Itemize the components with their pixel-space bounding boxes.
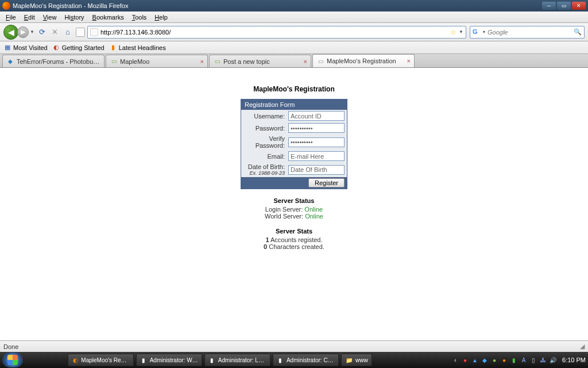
tray-icon[interactable]: ▯ bbox=[529, 356, 537, 364]
resize-grip-icon: ◢ bbox=[580, 343, 585, 350]
tray-icon[interactable]: ◆ bbox=[481, 356, 489, 364]
google-icon: G bbox=[473, 28, 481, 36]
menu-file[interactable]: File bbox=[2, 13, 20, 22]
taskbar-item-cmd-cha[interactable]: ▮Administrator: Cha... bbox=[273, 354, 339, 366]
dob-label: Date of Birth:Ex. 1988-09-23 bbox=[243, 163, 288, 176]
register-button[interactable]: Register bbox=[308, 178, 345, 187]
tray-icon[interactable]: ● bbox=[461, 356, 469, 364]
firefox-icon bbox=[2, 2, 10, 10]
tray-icon[interactable]: ▲ bbox=[471, 356, 479, 364]
bookmark-getting-started[interactable]: ◐Getting Started bbox=[52, 44, 105, 52]
email-input[interactable] bbox=[288, 151, 345, 161]
tray-icon[interactable]: ● bbox=[490, 356, 498, 364]
tray-icon[interactable]: ● bbox=[500, 356, 508, 364]
tray-expand-icon[interactable]: ‹ bbox=[451, 356, 459, 364]
close-button[interactable]: ✕ bbox=[572, 2, 586, 10]
url-bar[interactable]: ☆ ▼ bbox=[87, 26, 466, 39]
page-icon: ▭ bbox=[110, 57, 118, 66]
verify-password-input[interactable] bbox=[288, 137, 345, 147]
tab-photobucket[interactable]: ◆ TehError/Forums - Photobucket - V... bbox=[2, 55, 105, 67]
browser-statusbar: Done ◢ bbox=[0, 340, 588, 352]
taskbar-item-www[interactable]: 📁www bbox=[341, 354, 372, 366]
password-input[interactable] bbox=[288, 123, 345, 133]
home-button[interactable]: ⌂ bbox=[63, 28, 72, 37]
email-label: Email: bbox=[243, 153, 288, 160]
tab-bar: ◆ TehError/Forums - Photobucket - V... ▭… bbox=[0, 54, 588, 68]
menu-help[interactable]: Help bbox=[151, 13, 171, 22]
dob-input[interactable] bbox=[288, 165, 345, 175]
window-titlebar: MapleMoo's Registration - Mozilla Firefo… bbox=[0, 0, 588, 12]
menu-history[interactable]: History bbox=[61, 13, 87, 22]
bookmark-star-icon[interactable]: ☆ bbox=[450, 28, 457, 36]
stop-button[interactable]: ✕ bbox=[51, 28, 60, 37]
nav-history-dropdown[interactable]: ▼ bbox=[30, 29, 34, 34]
server-stats-header: Server Stats bbox=[179, 228, 409, 235]
server-status-header: Server Status bbox=[179, 197, 409, 204]
accounts-stat: 1 Accounts registed. bbox=[179, 236, 409, 243]
forward-button[interactable]: ▶ bbox=[17, 26, 29, 38]
tray-icon[interactable]: ▮ bbox=[510, 356, 518, 364]
tab-close-icon[interactable]: × bbox=[407, 57, 411, 64]
world-server-status: World Server: Online bbox=[179, 213, 409, 220]
menu-tools[interactable]: Tools bbox=[129, 13, 150, 22]
volume-icon[interactable]: 🔊 bbox=[549, 356, 557, 364]
site-icon bbox=[90, 28, 98, 36]
tab-close-icon[interactable]: × bbox=[304, 58, 307, 65]
start-button[interactable] bbox=[2, 352, 23, 367]
windows-taskbar: ◐MapleMoo's Registr... ▮Administrator: W… bbox=[0, 352, 588, 368]
taskbar-item-cmd-login[interactable]: ▮Administrator: Logi... bbox=[204, 354, 270, 366]
bookmark-latest-headlines[interactable]: ▮Latest Headlines bbox=[109, 44, 166, 52]
back-button[interactable]: ◀ bbox=[3, 25, 18, 40]
menu-view[interactable]: View bbox=[40, 13, 60, 22]
username-input[interactable] bbox=[288, 111, 345, 121]
search-go-icon[interactable]: 🔍 bbox=[574, 28, 582, 36]
maximize-button[interactable]: ▭ bbox=[557, 2, 571, 10]
page-content: MapleMoo's Registration Registration For… bbox=[0, 68, 588, 340]
menu-edit[interactable]: Edit bbox=[21, 13, 38, 22]
url-input[interactable] bbox=[100, 29, 448, 36]
tab-post-topic[interactable]: ▭ Post a new topic × bbox=[209, 55, 311, 67]
page-title: MapleMoo's Registration bbox=[179, 85, 409, 93]
photobucket-icon: ◆ bbox=[6, 57, 14, 66]
system-tray[interactable]: ‹ ● ▲ ◆ ● ● ▮ A ▯ 🖧 🔊 6:10 PM bbox=[451, 356, 586, 364]
tab-maplemoo[interactable]: ▭ MapleMoo × bbox=[106, 55, 208, 67]
characters-stat: 0 Characters created. bbox=[179, 243, 409, 250]
minimize-button[interactable]: ─ bbox=[542, 2, 556, 10]
username-label: Username: bbox=[243, 113, 288, 120]
taskbar-item-cmd-world[interactable]: ▮Administrator: Worl... bbox=[136, 354, 202, 366]
registration-form: Registration Form Username: Password: Ve… bbox=[241, 99, 347, 189]
page-icon: ▭ bbox=[316, 57, 324, 65]
login-server-status: Login Server: Online bbox=[179, 206, 409, 213]
verify-password-label: Verify Password: bbox=[243, 135, 288, 149]
tray-icon[interactable]: A bbox=[520, 356, 528, 364]
search-input[interactable] bbox=[488, 29, 571, 36]
tab-registration[interactable]: ▭ MapleMoo's Registration × bbox=[312, 54, 415, 67]
page-identity-icon[interactable] bbox=[76, 28, 85, 37]
search-bar[interactable]: G▾ 🔍 bbox=[470, 26, 585, 39]
nav-toolbar: ◀ ▶ ▼ ⟳ ✕ ⌂ ☆ ▼ G▾ 🔍 bbox=[0, 23, 588, 41]
menu-bookmarks[interactable]: Bookmarks bbox=[89, 13, 127, 22]
tab-close-icon[interactable]: × bbox=[200, 58, 204, 65]
taskbar-clock[interactable]: 6:10 PM bbox=[562, 356, 586, 363]
window-title: MapleMoo's Registration - Mozilla Firefo… bbox=[13, 2, 128, 9]
bookmarks-toolbar: ▦Most Visited ◐Getting Started ▮Latest H… bbox=[0, 41, 588, 54]
reload-button[interactable]: ⟳ bbox=[38, 28, 47, 37]
status-text: Done bbox=[3, 343, 18, 350]
taskbar-item-firefox[interactable]: ◐MapleMoo's Registr... bbox=[68, 354, 134, 366]
bookmark-most-visited[interactable]: ▦Most Visited bbox=[3, 44, 48, 52]
network-icon[interactable]: 🖧 bbox=[539, 356, 547, 364]
page-icon: ▭ bbox=[213, 57, 221, 66]
url-dropdown-icon[interactable]: ▼ bbox=[459, 29, 463, 34]
password-label: Password: bbox=[243, 125, 288, 132]
form-header: Registration Form bbox=[241, 99, 347, 110]
menu-bar: File Edit View History Bookmarks Tools H… bbox=[0, 12, 588, 23]
